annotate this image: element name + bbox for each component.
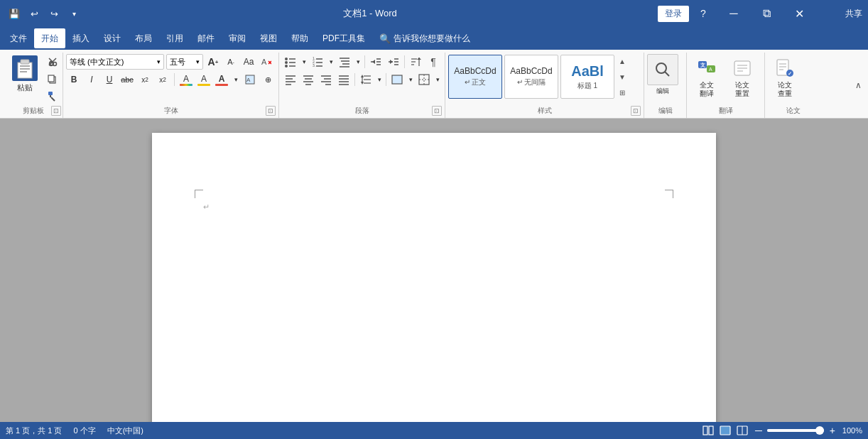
font-color-button[interactable]: A xyxy=(214,72,229,87)
menu-mailings[interactable]: 邮件 xyxy=(190,28,222,48)
login-button[interactable]: 登录 xyxy=(658,6,689,22)
numbering-dropdown[interactable]: ▾ xyxy=(327,54,335,70)
view-read-icon[interactable] xyxy=(736,424,749,437)
align-left-button[interactable] xyxy=(282,72,299,87)
highlight-button[interactable]: A xyxy=(196,72,212,87)
undo-button[interactable]: ↩ xyxy=(26,5,43,22)
style-more-button[interactable]: ⊞ xyxy=(617,85,628,99)
paper-check-button[interactable]: ✓ 论文查重 xyxy=(768,55,802,99)
sort-button[interactable] xyxy=(407,54,424,70)
save-button[interactable]: 💾 xyxy=(6,5,23,22)
paragraph-marks-button[interactable]: ¶ xyxy=(425,54,442,70)
para-row-1: ▾ 1.2.3. ▾ ▾ xyxy=(282,54,442,70)
para-divider4 xyxy=(386,73,386,86)
line-spacing-button[interactable] xyxy=(357,72,374,87)
clipboard-section: 粘贴 剪贴板 ⊡ xyxy=(4,53,63,118)
multilevel-dropdown[interactable]: ▾ xyxy=(354,54,362,70)
align-center-button[interactable] xyxy=(300,72,317,87)
italic-button[interactable]: I xyxy=(84,72,99,87)
share-label[interactable]: 共享 xyxy=(845,8,862,20)
shading-dropdown[interactable]: ▾ xyxy=(406,72,415,87)
font-name-selector[interactable]: 等线 (中文正文) ▾ xyxy=(66,54,164,70)
minimize-button[interactable]: ─ xyxy=(717,0,750,27)
paragraph-label: 段落 ⊡ xyxy=(282,104,442,118)
increase-indent-button[interactable] xyxy=(385,54,402,70)
view-web-icon[interactable] xyxy=(719,424,732,437)
svg-rect-92 xyxy=(720,426,730,435)
bold-button[interactable]: B xyxy=(66,72,82,87)
menu-design[interactable]: 设计 xyxy=(97,28,128,48)
zoom-minus-button[interactable]: ─ xyxy=(753,425,764,436)
restore-button[interactable]: ⧉ xyxy=(750,0,783,27)
svg-text:A: A xyxy=(709,67,712,72)
change-case-button[interactable]: Aa xyxy=(241,54,256,70)
strikethrough-button[interactable]: abc xyxy=(119,72,135,87)
font-shrink-button[interactable]: A- xyxy=(223,54,239,70)
translation-reset-button[interactable]: 论文重置 xyxy=(725,55,759,99)
style-no-spacing-box[interactable]: AaBbCcDd ↵ 无间隔 xyxy=(504,55,558,99)
superscript-button[interactable]: x2 xyxy=(155,72,170,87)
clipboard-expand-icon[interactable]: ⊡ xyxy=(51,106,61,116)
borders-dropdown[interactable]: ▾ xyxy=(433,72,442,87)
style-normal-box[interactable]: AaBbCcDd ↵ 正文 xyxy=(448,55,502,99)
qat-dropdown-button[interactable]: ▾ xyxy=(65,5,82,22)
translation-group-label: 翻译 xyxy=(690,104,761,118)
borders-button[interactable] xyxy=(416,72,433,87)
align-right-button[interactable] xyxy=(318,72,335,87)
full-text-translate-button[interactable]: 文A 全文翻译 xyxy=(690,55,724,99)
menu-insert[interactable]: 插入 xyxy=(65,28,97,48)
redo-button[interactable]: ↪ xyxy=(45,5,63,22)
clear-formatting-button[interactable]: A xyxy=(259,54,274,70)
svg-marker-68 xyxy=(361,82,364,85)
menu-file[interactable]: 文件 xyxy=(3,28,34,48)
document-page[interactable]: ↵ xyxy=(152,133,716,422)
subscript-button[interactable]: x2 xyxy=(137,72,153,87)
menu-view[interactable]: 视图 xyxy=(253,28,284,48)
bullets-dropdown[interactable]: ▾ xyxy=(300,54,308,70)
styles-expand-icon[interactable]: ⊡ xyxy=(631,106,641,116)
style-scroll-up[interactable]: ▲ xyxy=(617,54,628,68)
font-color-dropdown[interactable]: ▾ xyxy=(232,72,240,87)
cut-button[interactable] xyxy=(44,54,61,70)
paragraph-expand-icon[interactable]: ⊡ xyxy=(432,106,442,116)
bullets-button[interactable] xyxy=(282,54,299,70)
menu-home[interactable]: 开始 xyxy=(34,28,65,48)
zoom-slider[interactable] xyxy=(767,429,824,432)
numbering-button[interactable]: 1.2.3. xyxy=(309,54,326,70)
text-effects-button[interactable]: A xyxy=(178,72,194,87)
multilevel-list-button[interactable] xyxy=(336,54,353,70)
ribbon-collapse-button[interactable]: ∧ xyxy=(852,80,864,90)
menu-layout[interactable]: 布局 xyxy=(128,28,159,48)
copy-button[interactable] xyxy=(44,71,61,87)
style-heading1-box[interactable]: AaBl 标题 1 xyxy=(560,55,614,99)
font-size-selector[interactable]: 五号 ▾ xyxy=(166,54,203,70)
document-area[interactable]: ↵ xyxy=(0,119,868,422)
font-expand-icon[interactable]: ⊡ xyxy=(266,106,276,116)
find-button[interactable] xyxy=(647,54,678,85)
font-grow-button[interactable]: A+ xyxy=(205,54,221,70)
format-painter-button[interactable] xyxy=(44,88,61,104)
menu-review[interactable]: 审阅 xyxy=(222,28,253,48)
more-font-button[interactable]: ⊕ xyxy=(260,72,276,87)
shading-button[interactable]: A xyxy=(242,72,258,87)
view-normal-icon[interactable] xyxy=(702,424,715,437)
editing-section: 编辑 编辑 xyxy=(644,53,687,118)
zoom-plus-button[interactable]: + xyxy=(827,425,838,436)
zoom-level: 100% xyxy=(842,426,862,435)
close-button[interactable]: ✕ xyxy=(783,0,815,27)
paper-check-icon: ✓ xyxy=(774,57,796,80)
menu-help[interactable]: 帮助 xyxy=(284,28,315,48)
zoom-thumb[interactable] xyxy=(815,426,824,435)
underline-button[interactable]: U xyxy=(102,72,117,87)
menu-search[interactable]: 🔍 告诉我你想要做什么 xyxy=(372,28,477,48)
style-scroll-down[interactable]: ▼ xyxy=(617,70,628,84)
help-button[interactable]: ? xyxy=(693,4,713,23)
menu-pdf[interactable]: PDF工具集 xyxy=(315,28,372,48)
shading-para-button[interactable] xyxy=(389,72,406,87)
paste-button[interactable]: 粘贴 xyxy=(6,54,44,94)
menu-references[interactable]: 引用 xyxy=(159,28,190,48)
lightbulb-icon: 🔍 xyxy=(379,33,391,44)
decrease-indent-button[interactable] xyxy=(367,54,384,70)
justify-button[interactable] xyxy=(335,72,352,87)
line-spacing-dropdown[interactable]: ▾ xyxy=(375,72,384,87)
